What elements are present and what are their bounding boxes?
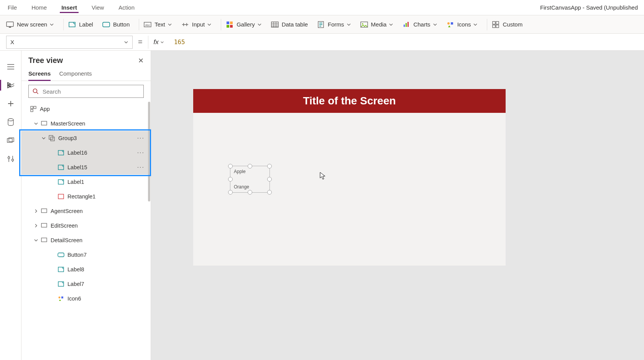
insert-charts-button[interactable]: Charts — [402, 21, 437, 28]
insert-text-label: Text — [154, 21, 165, 28]
tree-row-icon6[interactable]: Icon6 — [21, 291, 151, 306]
screen-icon — [41, 208, 48, 215]
rail-tree-view[interactable] — [0, 76, 21, 94]
resize-handle[interactable] — [267, 164, 272, 168]
resize-handle[interactable] — [248, 190, 252, 195]
chevron-down-icon — [347, 22, 351, 27]
scrollbar-thumb[interactable] — [148, 102, 150, 201]
chevron-right-icon[interactable] — [33, 223, 39, 229]
svg-point-17 — [447, 22, 450, 25]
insert-forms-label: Forms — [328, 21, 344, 28]
rail-data[interactable] — [0, 113, 21, 131]
menu-action[interactable]: Action — [117, 2, 136, 13]
menu-view[interactable]: View — [90, 2, 105, 13]
menu-file[interactable]: File — [6, 2, 18, 13]
selected-group[interactable]: Apple Orange — [230, 166, 270, 193]
resize-handle[interactable] — [228, 177, 233, 182]
chevron-right-icon[interactable] — [33, 208, 39, 214]
insert-icons-button[interactable]: Icons — [447, 21, 478, 28]
chevron-down-icon — [49, 22, 54, 27]
tree-row-button7[interactable]: Button7 — [21, 248, 151, 262]
rail-advanced[interactable] — [0, 150, 21, 168]
more-button[interactable]: ··· — [135, 135, 147, 142]
property-name: X — [10, 39, 14, 45]
resize-handle[interactable] — [228, 164, 233, 168]
screen-canvas[interactable]: Title of the Screen Apple Orange — [193, 89, 506, 266]
label-icon — [58, 281, 64, 287]
tree-row-label16[interactable]: Label16··· — [21, 145, 151, 160]
tree-row-group3[interactable]: Group3··· — [21, 131, 151, 145]
chevron-down-icon[interactable] — [33, 237, 39, 243]
tree-row-masterscreen[interactable]: MasterScreen — [21, 116, 151, 131]
tree-row-label8[interactable]: Label8 — [21, 262, 151, 277]
top-menubar: File Home Insert View Action FirstCanvas… — [0, 0, 644, 15]
label-icon — [68, 21, 76, 28]
search-input[interactable] — [42, 88, 140, 95]
rail-media[interactable] — [0, 131, 21, 150]
tree-row-label15[interactable]: Label15··· — [21, 160, 151, 175]
property-selector[interactable]: X — [6, 36, 133, 49]
tree-row-label1[interactable]: Label1 — [21, 175, 151, 189]
svg-rect-6 — [227, 21, 229, 24]
rail-hamburger[interactable] — [0, 58, 21, 76]
gallery-icon — [226, 21, 233, 28]
menu-insert[interactable]: Insert — [60, 2, 79, 13]
insert-custom-button[interactable]: Custom — [492, 21, 522, 28]
tree-view-panel: Tree view ✕ Screens Components App Maste… — [21, 51, 151, 360]
chevron-down-icon[interactable] — [41, 135, 47, 141]
insert-label-button[interactable]: Label — [68, 21, 93, 28]
chevron-down-icon — [389, 22, 393, 27]
tree-app-node[interactable]: App — [21, 102, 151, 116]
group-label-apple[interactable]: Apple — [233, 168, 247, 175]
canvas-area[interactable]: Title of the Screen Apple Orange — [151, 51, 644, 360]
resize-handle[interactable] — [267, 177, 272, 182]
insert-button-button[interactable]: Button — [102, 21, 130, 28]
group-label-orange[interactable]: Orange — [233, 184, 250, 190]
icons-icon — [447, 21, 454, 28]
insert-gallery-label: Gallery — [237, 21, 255, 28]
tree-label: Label8 — [67, 266, 84, 272]
tree-list: App MasterScreenGroup3···Label16···Label… — [21, 102, 151, 360]
insert-text-button[interactable]: Abc Text — [144, 21, 172, 28]
fx-button[interactable]: fx — [148, 36, 169, 49]
tree-label: EditScreen — [51, 223, 78, 229]
resize-handle[interactable] — [228, 190, 233, 195]
insert-media-button[interactable]: Media — [360, 21, 394, 28]
tree-row-agentscreen[interactable]: AgentScreen — [21, 204, 151, 218]
svg-rect-22 — [496, 25, 499, 28]
insert-input-button[interactable]: Input — [181, 21, 212, 28]
insert-icons-label: Icons — [457, 21, 471, 28]
close-panel-button[interactable]: ✕ — [138, 56, 144, 65]
tree-row-rectangle1[interactable]: Rectangle1 — [21, 189, 151, 204]
tree-label: Label16 — [67, 150, 87, 156]
menu-home[interactable]: Home — [30, 2, 48, 13]
svg-rect-40 — [41, 223, 47, 227]
svg-rect-1 — [9, 27, 11, 28]
insert-gallery-button[interactable]: Gallery — [226, 21, 262, 28]
resize-handle[interactable] — [248, 164, 252, 168]
tree-row-label7[interactable]: Label7 — [21, 277, 151, 291]
search-box[interactable] — [28, 85, 144, 98]
chevron-down-icon[interactable] — [33, 121, 39, 127]
separator — [63, 19, 64, 30]
insert-forms-button[interactable]: Forms — [317, 21, 351, 28]
more-button[interactable]: ··· — [135, 164, 147, 171]
search-icon — [33, 88, 39, 94]
more-button[interactable]: ··· — [135, 149, 147, 156]
insert-input-label: Input — [192, 21, 205, 28]
formula-input[interactable] — [169, 36, 638, 49]
insert-datatable-button[interactable]: Data table — [271, 21, 308, 28]
svg-rect-16 — [407, 22, 409, 27]
tree-row-detailscreen[interactable]: DetailScreen — [21, 233, 151, 248]
custom-icon — [492, 21, 499, 28]
tree-row-editscreen[interactable]: EditScreen — [21, 218, 151, 233]
svg-rect-18 — [451, 22, 453, 25]
screen-icon — [41, 120, 48, 127]
svg-rect-35 — [58, 150, 64, 155]
new-screen-button[interactable]: New screen — [6, 21, 54, 28]
tab-components[interactable]: Components — [59, 68, 92, 81]
rail-insert[interactable] — [0, 94, 21, 113]
button-icon — [58, 251, 64, 258]
tab-screens[interactable]: Screens — [28, 68, 51, 81]
resize-handle[interactable] — [267, 190, 272, 195]
